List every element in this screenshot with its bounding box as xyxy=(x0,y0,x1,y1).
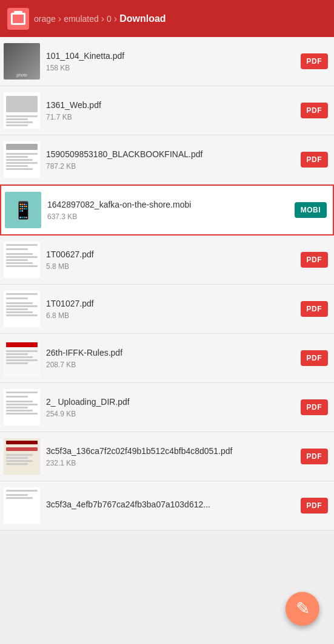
breadcrumb-storage[interactable]: orage xyxy=(34,14,56,24)
logo-icon xyxy=(11,13,25,25)
file-type-badge[interactable]: PDF xyxy=(301,152,329,168)
file-size: 254.9 KB xyxy=(46,410,295,418)
file-thumbnail xyxy=(4,487,40,524)
fab-button[interactable]: ✎ xyxy=(286,592,319,626)
list-item[interactable]: 3c5f3a_4efb7b767ca24fb3ba07a103d612... P… xyxy=(0,481,334,530)
file-thumbnail xyxy=(4,242,40,278)
file-thumbnail xyxy=(4,141,40,178)
file-size: 158 KB xyxy=(46,64,295,72)
mobi-icon: 📱 xyxy=(13,200,34,220)
file-size: 637.3 KB xyxy=(47,212,289,221)
file-thumbnail xyxy=(4,438,40,475)
file-thumbnail xyxy=(4,389,40,425)
file-type-badge[interactable]: PDF xyxy=(301,498,329,514)
breadcrumb-emulated[interactable]: emulated xyxy=(64,14,99,24)
list-item[interactable]: 1T00627.pdf 5.8 MB PDF xyxy=(0,236,334,285)
list-item[interactable]: 1590509853180_BLACKBOOKFINAL.pdf 787.2 K… xyxy=(0,135,334,185)
file-name: 1361_Web.pdf xyxy=(46,100,295,110)
file-name: 1590509853180_BLACKBOOKFINAL.pdf xyxy=(46,149,295,160)
list-item[interactable]: 3c5f3a_136ca7f2c02f49b1b512c4bfb4c8d051.… xyxy=(0,432,334,481)
breadcrumb: orage › emulated › 0 › Download xyxy=(34,13,327,24)
file-info: 1T00627.pdf 5.8 MB xyxy=(46,249,295,271)
app-header: orage › emulated › 0 › Download xyxy=(0,0,334,37)
file-size: 208.7 KB xyxy=(46,361,295,369)
file-thumbnail: 📱 xyxy=(5,192,41,228)
file-size: 71.7 KB xyxy=(46,113,295,121)
list-item[interactable]: 2_ Uploading_DIR.pdf 254.9 KB PDF xyxy=(0,383,334,432)
file-thumbnail: photo xyxy=(4,43,40,80)
file-thumbnail xyxy=(4,291,40,327)
file-type-badge[interactable]: PDF xyxy=(301,252,329,268)
file-type-badge[interactable]: PDF xyxy=(301,350,329,366)
file-type-badge[interactable]: PDF xyxy=(301,399,329,415)
list-item[interactable]: photo 101_104_Kinetta.pdf 158 KB PDF xyxy=(0,37,334,86)
file-name: 26th-IFFK-Rules.pdf xyxy=(46,347,295,358)
breadcrumb-sep-2: › xyxy=(101,13,104,24)
file-thumbnail xyxy=(4,340,40,376)
file-type-badge[interactable]: PDF xyxy=(301,53,329,69)
file-type-badge[interactable]: PDF xyxy=(301,301,329,317)
breadcrumb-0[interactable]: 0 xyxy=(107,14,112,24)
file-name: 1642897082_kafka-on-the-shore.mobi xyxy=(47,199,289,210)
file-type-badge[interactable]: MOBI xyxy=(295,202,327,218)
app-logo xyxy=(7,8,29,30)
file-thumbnail xyxy=(4,92,40,129)
list-item[interactable]: 26th-IFFK-Rules.pdf 208.7 KB PDF xyxy=(0,334,334,383)
file-info: 1T01027.pdf 6.8 MB xyxy=(46,298,295,320)
file-list: photo 101_104_Kinetta.pdf 158 KB PDF 136… xyxy=(0,37,334,530)
file-info: 2_ Uploading_DIR.pdf 254.9 KB xyxy=(46,396,295,418)
file-type-badge[interactable]: PDF xyxy=(301,449,329,464)
file-info: 26th-IFFK-Rules.pdf 208.7 KB xyxy=(46,347,295,369)
edit-icon: ✎ xyxy=(296,600,310,617)
file-info: 1361_Web.pdf 71.7 KB xyxy=(46,100,295,121)
file-name: 1T00627.pdf xyxy=(46,249,295,260)
file-info: 1590509853180_BLACKBOOKFINAL.pdf 787.2 K… xyxy=(46,149,295,171)
breadcrumb-sep-1: › xyxy=(58,13,61,24)
file-size: 6.8 MB xyxy=(46,311,295,320)
list-item[interactable]: 1361_Web.pdf 71.7 KB PDF xyxy=(0,86,334,135)
file-size: 787.2 KB xyxy=(46,162,295,171)
list-item[interactable]: 1T01027.pdf 6.8 MB PDF xyxy=(0,285,334,334)
file-size: 232.1 KB xyxy=(46,459,295,467)
file-info: 3c5f3a_136ca7f2c02f49b1b512c4bfb4c8d051.… xyxy=(46,446,295,467)
list-item-highlighted[interactable]: 📱 1642897082_kafka-on-the-shore.mobi 637… xyxy=(0,185,334,236)
breadcrumb-sep-3: › xyxy=(114,13,117,24)
file-info: 1642897082_kafka-on-the-shore.mobi 637.3… xyxy=(47,199,289,221)
file-info: 3c5f3a_4efb7b767ca24fb3ba07a103d612... xyxy=(46,499,295,512)
file-name: 1T01027.pdf xyxy=(46,298,295,309)
file-name: 3c5f3a_4efb7b767ca24fb3ba07a103d612... xyxy=(46,499,295,510)
file-name: 2_ Uploading_DIR.pdf xyxy=(46,396,295,407)
file-info: 101_104_Kinetta.pdf 158 KB xyxy=(46,50,295,72)
file-name: 3c5f3a_136ca7f2c02f49b1b512c4bfb4c8d051.… xyxy=(46,446,295,456)
file-name: 101_104_Kinetta.pdf xyxy=(46,50,295,61)
breadcrumb-download[interactable]: Download xyxy=(119,13,165,24)
file-size: 5.8 MB xyxy=(46,262,295,271)
file-type-badge[interactable]: PDF xyxy=(301,103,329,118)
